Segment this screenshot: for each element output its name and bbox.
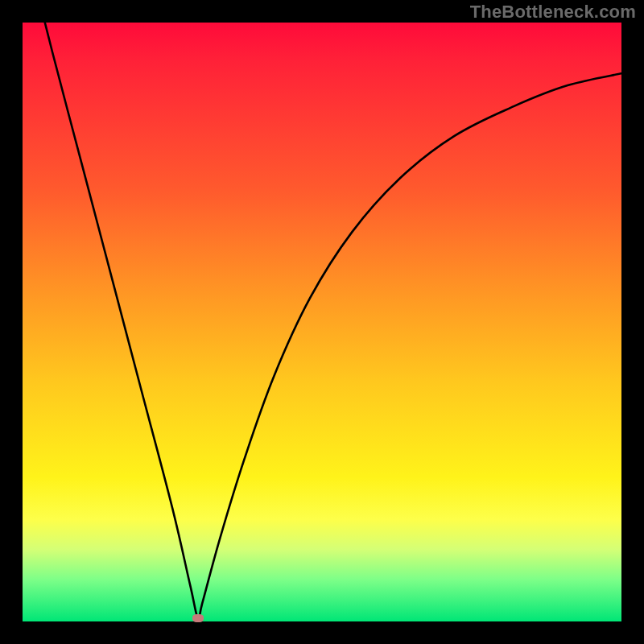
plot-area xyxy=(23,23,621,621)
chart-frame: TheBottleneck.com xyxy=(0,0,644,644)
watermark-label: TheBottleneck.com xyxy=(470,2,636,23)
optimum-marker-icon xyxy=(192,614,204,622)
bottleneck-curve xyxy=(23,23,621,621)
